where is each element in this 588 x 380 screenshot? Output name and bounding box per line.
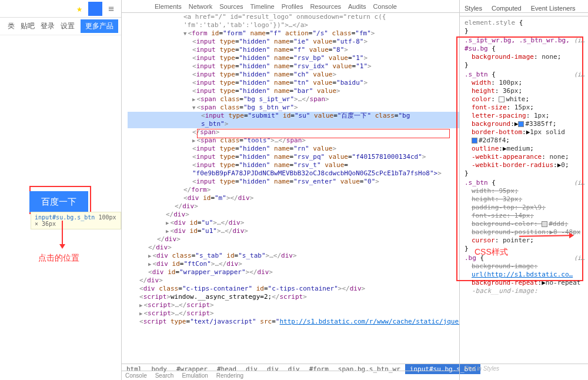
dom-line[interactable]: <input type="hidden" name="rsv_idx" valu… <box>128 62 459 71</box>
dom-line[interactable]: <div class="c-tips-container" id="c-tips… <box>128 285 459 293</box>
find-in-styles-input[interactable]: Find in Styles <box>459 364 588 374</box>
dom-line[interactable]: <form id="form" name="f" action="/s" cla… <box>128 29 459 38</box>
tab-profiles[interactable]: Profiles <box>278 2 307 11</box>
drawer-tab[interactable]: Rendering <box>213 371 247 380</box>
dom-line[interactable]: <script type="text/javascript" src="http… <box>128 318 459 326</box>
dom-line[interactable]: <div id="u1">…</div> <box>128 227 459 235</box>
styles-sidebar: Styles Computed Event Listeners element.… <box>459 0 588 380</box>
dom-line[interactable]: <script>…</script> <box>128 309 459 318</box>
annotation-box <box>197 129 450 138</box>
bookmark-star-icon[interactable]: ★ <box>72 2 86 16</box>
side-tab-styles[interactable]: Styles <box>460 2 487 14</box>
extension-icon[interactable] <box>88 2 102 16</box>
element-tooltip: input#su.bg.s_btn 100px × 36px <box>31 212 121 229</box>
dom-line[interactable]: </div> <box>128 235 459 244</box>
tab-resources[interactable]: Resources <box>306 2 345 11</box>
dom-line[interactable]: <input type="hidden" name="f" value="8"> <box>128 46 459 54</box>
more-products-button[interactable]: 更多产品 <box>81 19 118 33</box>
side-tab-listeners[interactable]: Event Listeners <box>526 2 580 14</box>
tab-elements[interactable]: Elements <box>151 2 185 11</box>
drawer-tab[interactable]: Search <box>152 371 178 380</box>
dom-line[interactable]: <input type="hidden" name="rsv_pq" value… <box>128 153 459 161</box>
dom-line[interactable]: <input type="hidden" name="rsv_enter" va… <box>128 178 459 186</box>
dom-line[interactable]: 'fm':'tab','tab':'logo'})">…</a> <box>128 21 459 29</box>
dom-line[interactable]: <input type="hidden" name="rsv_bp" value… <box>128 54 459 62</box>
browser-toolbar: ★ ≡ <box>0 0 121 18</box>
dom-line[interactable]: <span class="bg s_btn_wr"> <box>128 104 459 112</box>
dom-line[interactable]: <input type="hidden" name="rsv_t" value= <box>128 161 459 169</box>
selected-dom-line[interactable]: <input type="submit" id="su" value="百度一下… <box>128 112 459 128</box>
dom-line[interactable]: <div id="ftCon">…</div> <box>128 260 459 268</box>
elements-panel[interactable]: <a href="/" id="result_logo" onmousedown… <box>122 13 459 364</box>
drawer-tabs: Console Search Emulation Rendering <box>122 371 459 380</box>
search-submit-button[interactable]: 百度一下 <box>29 191 88 212</box>
dom-line[interactable]: <div id="u">…</div> <box>128 219 459 227</box>
devtools-panel: Elements Network Sources Timeline Profil… <box>122 0 588 380</box>
dom-line[interactable]: <div id="wrapper_wrapper"></div> <box>128 268 459 276</box>
page-content: 百度一下 input#su.bg.s_btn 100px × 36px 点击的位… <box>0 35 121 153</box>
styles-content[interactable]: element.style { } (i… .s_ipt_wr.bg, .s_b… <box>460 16 588 299</box>
dom-line[interactable]: <a href="/" id="result_logo" onmousedown… <box>128 13 459 21</box>
dom-line[interactable]: <input type="hidden" name="ie" value="ut… <box>128 38 459 46</box>
nav-link[interactable]: 贴吧 <box>21 21 35 31</box>
page-nav: 类 贴吧 登录 设置 更多产品 <box>0 18 121 35</box>
dom-line[interactable]: </div> <box>128 276 459 285</box>
tab-audits[interactable]: Audits <box>345 2 370 11</box>
dom-line[interactable]: </div> <box>128 211 459 219</box>
nav-link[interactable]: 设置 <box>61 21 75 31</box>
menu-icon[interactable]: ≡ <box>104 2 118 16</box>
dom-line[interactable]: <input type="hidden" name="tn" value="ba… <box>128 79 459 87</box>
dom-line[interactable]: <script>…</script> <box>128 301 459 309</box>
dom-line[interactable]: <input type="hidden" name="ch" value> <box>128 71 459 79</box>
nav-link[interactable]: 登录 <box>41 21 55 31</box>
tooltip-selector: input#su.bg.s_btn <box>35 214 95 221</box>
dom-line[interactable]: </div> <box>128 244 459 252</box>
browser-pane: ★ ≡ 类 贴吧 登录 设置 更多产品 百度一下 input#su.bg.s_b… <box>0 0 122 380</box>
dom-line[interactable]: "f0e9bB9pFA78JPJDdNCBwMEVBbB32oCJ8cdwcbH… <box>128 169 459 178</box>
tab-sources[interactable]: Sources <box>216 2 246 11</box>
dom-line[interactable]: </form> <box>128 186 459 194</box>
side-tabs: Styles Computed Event Listeners <box>460 0 588 16</box>
side-tab-computed[interactable]: Computed <box>487 2 526 14</box>
dom-line[interactable]: <script>window.__async_strategy=2;</scri… <box>128 293 459 301</box>
tab-network[interactable]: Network <box>185 2 216 11</box>
tab-console[interactable]: Console <box>370 2 400 11</box>
dom-line[interactable]: <div id="m"></div> <box>128 194 459 202</box>
dom-line[interactable]: <input type="hidden" name="rn" value> <box>128 145 459 153</box>
dom-line[interactable]: </div> <box>128 202 459 211</box>
tab-timeline[interactable]: Timeline <box>247 2 278 11</box>
dom-line[interactable]: <input type="hidden" name="bar" value> <box>128 87 459 95</box>
annotation-label: 点击的位置 <box>38 253 79 264</box>
drawer-tab[interactable]: Console <box>122 371 151 380</box>
nav-link[interactable]: 类 <box>8 21 15 31</box>
dom-line[interactable]: <span class="bg s_ipt_wr">…</span> <box>128 95 459 104</box>
dom-line[interactable]: <div class="s_tab" id="s_tab">…</div> <box>128 252 459 260</box>
arrow-down-icon <box>62 221 63 247</box>
drawer-tab[interactable]: Emulation <box>178 371 211 380</box>
